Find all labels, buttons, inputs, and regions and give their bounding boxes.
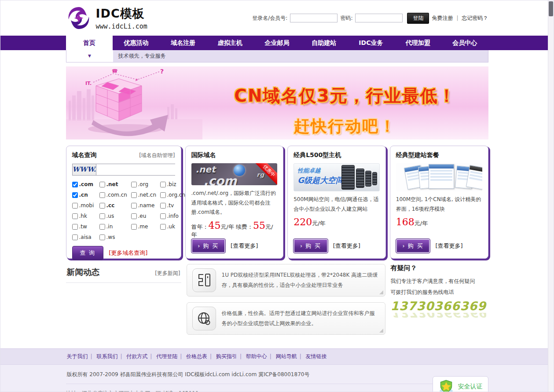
tld-name[interactable]: .name <box>131 201 160 210</box>
tld-tw-checkbox[interactable] <box>72 224 78 230</box>
tld-org-cn-checkbox[interactable] <box>160 192 166 198</box>
tld-cn-checkbox[interactable] <box>72 192 78 198</box>
tld-net-checkbox[interactable] <box>99 182 105 187</box>
view-more-link[interactable]: [查看更多] <box>435 242 462 250</box>
news-panel: 新闻动态 [更多新闻] <box>66 264 181 341</box>
footer-link-sitemap[interactable]: 网站导航 <box>276 353 297 359</box>
username-input[interactable] <box>290 14 338 22</box>
footer: 版权所有 2007-2009 祁县阳晨伟业科技有限公司 IDC模板idcLi.c… <box>0 365 554 392</box>
tld-mobi-checkbox[interactable] <box>72 203 78 209</box>
tld-com-checkbox[interactable] <box>72 182 78 187</box>
nav-item-members[interactable]: 会员中心 <box>441 36 488 50</box>
tld-mobi[interactable]: .mobi <box>72 201 99 210</box>
view-more-link[interactable]: [查看更多] <box>333 242 360 250</box>
tld-info[interactable]: .info <box>160 212 186 221</box>
domain-manage-link[interactable]: [域名自助管理] <box>139 152 175 159</box>
tld-com-cn[interactable]: .com.cn <box>99 191 131 200</box>
tld-net-cn-checkbox[interactable] <box>131 192 137 198</box>
tld-hk[interactable]: .hk <box>72 212 99 221</box>
footer-link-payment[interactable]: 付款方式 <box>126 353 147 359</box>
forgot-password-link[interactable]: 忘记密码？ <box>462 15 488 22</box>
copyright: 版权所有 2007-2009 祁县阳晨伟业科技有限公司 IDC模板idcLi.c… <box>66 369 488 384</box>
tld-cc-checkbox[interactable] <box>99 203 105 209</box>
product-desc: 100M空间, 1个CN域名, 设计精美的界面，16项程序模块 <box>396 195 482 214</box>
tld-in-checkbox[interactable] <box>99 224 105 230</box>
tld-eu[interactable]: .eu <box>131 212 160 221</box>
footer-link-prices[interactable]: 价格总表 <box>186 353 207 359</box>
tld-tv[interactable]: .tv <box>160 201 186 210</box>
tld-net[interactable]: .net <box>99 180 131 189</box>
tld-us-checkbox[interactable] <box>99 213 105 219</box>
tld-com-cn-checkbox[interactable] <box>99 192 105 198</box>
scrollbar[interactable] <box>548 0 554 392</box>
server-tower <box>356 169 364 188</box>
tld-tv-checkbox[interactable] <box>160 203 166 209</box>
contact-title: 有疑问？ <box>391 264 488 272</box>
footer-link-friends[interactable]: 友情链接 <box>306 353 327 359</box>
register-link[interactable]: 免费注册 <box>432 15 453 22</box>
tld-in[interactable]: .in <box>99 222 131 231</box>
tld-name-checkbox[interactable] <box>131 203 137 209</box>
more-domain-search-link[interactable]: [更多域名查询] <box>109 249 147 257</box>
corner-fold <box>379 290 383 294</box>
more-news-link[interactable]: [更多新闻] <box>155 270 180 277</box>
footer-link-contact[interactable]: 联系我们 <box>96 353 117 359</box>
tld-tw[interactable]: .tw <box>72 222 99 231</box>
product-card-hosting: 经典L500型主机 性能卓越 G级超大空间 500M网站空间，电信/网通任选，适… <box>287 146 386 259</box>
nav-item-sitebuilder[interactable]: 自助建站 <box>301 36 348 50</box>
server-tower <box>372 172 377 185</box>
nav-item-idc[interactable]: IDC业务 <box>348 36 395 50</box>
nav-item-domains[interactable]: 域名注册 <box>160 36 207 50</box>
scrollbar-thumb[interactable] <box>549 1 553 16</box>
security-badge[interactable]: 安全认证 <box>433 376 488 392</box>
tld-org[interactable]: .org <box>131 180 160 189</box>
password-label: 密码: <box>340 15 352 22</box>
username-label: 登录名/会员号: <box>252 15 287 22</box>
footer-link-help[interactable]: 帮助中心 <box>246 353 267 359</box>
tld-net-cn[interactable]: .net.cn <box>131 191 160 200</box>
hotline-reflection: 13730366369 <box>391 313 487 319</box>
panel-title: 域名查询 <box>72 151 97 159</box>
tld-info-checkbox[interactable] <box>160 213 166 219</box>
nav-item-mail[interactable]: 企业邮局 <box>253 36 301 50</box>
footer-link-buying-guide[interactable]: 购买指引 <box>216 353 237 359</box>
nav-item-hosting[interactable]: 虚拟主机 <box>207 36 254 50</box>
tld-org-checkbox[interactable] <box>131 182 137 187</box>
tld-biz[interactable]: .biz <box>160 180 186 189</box>
tld-eu-checkbox[interactable] <box>131 213 137 219</box>
tld-org-cn[interactable]: .org.cn <box>160 191 186 200</box>
tld-biz-checkbox[interactable] <box>160 182 166 187</box>
tld-cc[interactable]: .cc <box>99 201 131 210</box>
tld-hk-checkbox[interactable] <box>72 213 78 219</box>
tld-uk-checkbox[interactable] <box>160 224 166 230</box>
buy-button[interactable]: › 购 买 <box>396 239 430 253</box>
buy-button[interactable]: › 购 买 <box>191 239 226 253</box>
product-card-domains: 国际域名 .net .com rg 优惠中 .com/.net/.org，国际最… <box>185 146 284 259</box>
nav-item-agents[interactable]: 代理加盟 <box>394 36 441 50</box>
tld-ws[interactable]: .ws <box>99 233 131 242</box>
tld-me-checkbox[interactable] <box>131 224 137 230</box>
news-title: 新闻动态 <box>67 267 100 278</box>
tld-cn[interactable]: .cn <box>72 191 99 200</box>
svg-text:IT.: IT. <box>85 81 92 86</box>
nav-item-promos[interactable]: 优惠活动 <box>113 36 160 50</box>
tld-com[interactable]: .com <box>72 180 99 189</box>
tld-aisa[interactable]: .aisa <box>72 233 99 242</box>
promo-banner[interactable]: IT. ☎ ⌕ ? CN域名仅3元，行业最低！ 赶快行动吧！ <box>66 66 488 139</box>
view-more-link[interactable]: [查看更多] <box>231 242 258 250</box>
footer-link-agent-login[interactable]: 代理登陆 <box>156 353 177 359</box>
password-input[interactable] <box>355 14 403 22</box>
header: IDC模板 www.idcLi.com 登录名/会员号: 密码: 登陆 免费注册… <box>0 0 554 36</box>
search-button[interactable]: 查 询 <box>72 246 104 260</box>
tld-me[interactable]: .me <box>131 222 160 231</box>
nav-item-home[interactable]: 首页 <box>66 36 113 50</box>
tld-ws-checkbox[interactable] <box>99 234 105 240</box>
buy-button[interactable]: › 购 买 <box>294 239 328 253</box>
footer-link-about[interactable]: 关于我们 <box>67 353 88 359</box>
globe-icon <box>192 307 216 330</box>
tld-us[interactable]: .us <box>99 212 131 221</box>
tld-uk[interactable]: .uk <box>160 222 186 231</box>
login-button[interactable]: 登陆 <box>407 13 429 24</box>
domain-input[interactable] <box>96 164 178 175</box>
tld-aisa-checkbox[interactable] <box>72 234 78 240</box>
